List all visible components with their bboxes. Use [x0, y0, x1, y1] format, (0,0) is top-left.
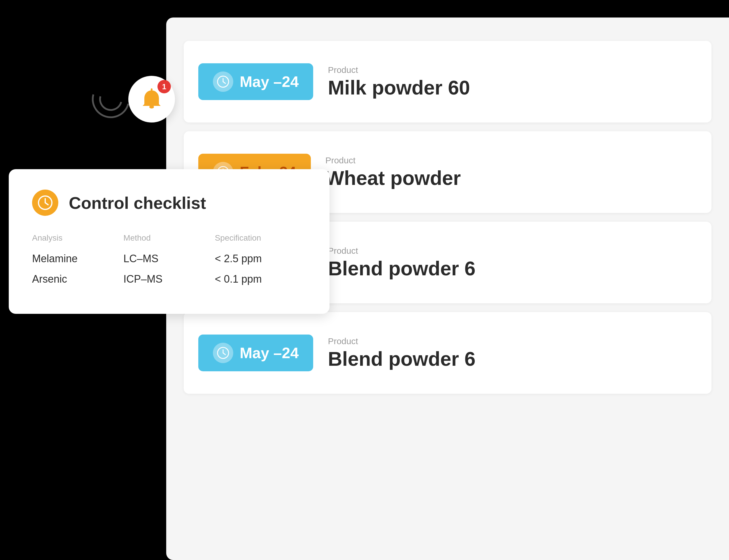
checklist-row-melamine: Melamine LC–MS < 2.5 ppm [32, 253, 306, 265]
date-text-milk: May –24 [240, 73, 299, 90]
svg-point-16 [149, 106, 154, 109]
product-card-blend2[interactable]: May –24 Product Blend powder 6 [184, 312, 711, 394]
cell-analysis-1: Melamine [32, 253, 123, 265]
product-info-milk: Product Milk powder 60 [328, 65, 470, 99]
product-name-blend2: Blend powder 6 [328, 348, 475, 370]
checklist-col-headers: Analysis Method Specification [32, 233, 306, 246]
svg-line-11 [223, 353, 226, 355]
product-info-blend1: Product Blend powder 6 [328, 246, 475, 279]
scene: May –24 Product Milk powder 60 Feb –24 [0, 0, 729, 560]
bell-circle[interactable]: 1 [128, 76, 175, 123]
svg-line-2 [223, 82, 226, 83]
cell-method-1: LC–MS [123, 253, 215, 265]
date-text-blend2: May –24 [240, 344, 299, 362]
clock-icon-blend2 [213, 343, 233, 363]
col-header-analysis: Analysis [32, 233, 123, 243]
product-name-wheat: Wheat powder [326, 167, 461, 189]
cell-spec-2: < 0.1 ppm [215, 273, 306, 285]
product-info-blend2: Product Blend powder 6 [328, 336, 475, 370]
checklist-row-arsenic: Arsenic ICP–MS < 0.1 ppm [32, 273, 306, 285]
product-label-blend2: Product [328, 336, 475, 346]
svg-rect-17 [151, 88, 153, 91]
checklist-title: Control checklist [69, 193, 206, 213]
notification-badge: 1 [158, 80, 171, 93]
checklist-table: Analysis Method Specification Melamine L… [32, 233, 306, 285]
checklist-clock-icon [32, 190, 58, 216]
cell-analysis-2: Arsenic [32, 273, 123, 285]
product-label-wheat: Product [326, 155, 461, 165]
col-header-spec: Specification [215, 233, 306, 243]
product-name-milk: Milk powder 60 [328, 77, 470, 99]
product-name-blend1: Blend powder 6 [328, 258, 475, 279]
col-header-method: Method [123, 233, 215, 243]
checklist-card: Control checklist Analysis Method Specif… [9, 169, 330, 314]
product-label-milk: Product [328, 65, 470, 75]
notification-bell-wrap[interactable]: 1 [128, 76, 175, 123]
svg-line-14 [45, 203, 48, 205]
cell-method-2: ICP–MS [123, 273, 215, 285]
clock-icon-milk [213, 71, 233, 92]
cell-spec-1: < 2.5 ppm [215, 253, 306, 265]
date-badge-milk: May –24 [198, 63, 313, 100]
product-card-milk[interactable]: May –24 Product Milk powder 60 [184, 41, 711, 123]
product-label-blend1: Product [328, 246, 475, 256]
product-info-wheat: Product Wheat powder [326, 155, 461, 189]
date-badge-blend2: May –24 [198, 335, 313, 371]
checklist-header: Control checklist [32, 190, 306, 216]
